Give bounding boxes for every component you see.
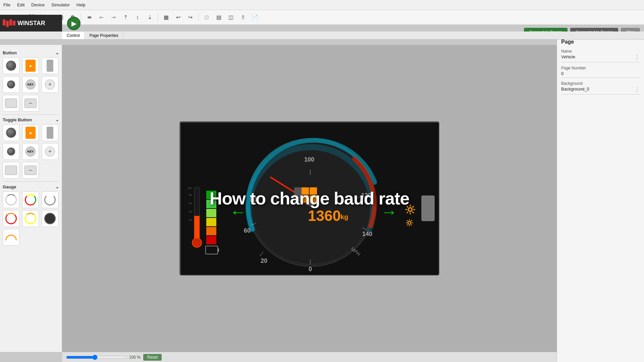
toggle-knob[interactable] [3, 124, 19, 141]
zoom-controls: 100 % Reset [66, 354, 553, 361]
svg-rect-31 [194, 216, 200, 239]
widget-plus[interactable]: + [42, 76, 58, 93]
mode-icon: ▶ [71, 19, 76, 27]
tab-bar: Control Page Properties [0, 32, 644, 40]
dashboard[interactable]: 0 20 60 80 100 120 140 MPH [179, 121, 439, 276]
background-expand-icon[interactable]: ⋮ [635, 86, 640, 93]
toggle-widgets: ■ KEY + − [3, 124, 59, 179]
divider-2 [3, 181, 59, 182]
tab-control[interactable]: Control [62, 32, 85, 39]
mode-buttons: ▶ [67, 17, 80, 30]
svg-text:20: 20 [189, 219, 192, 222]
toolbar-align-center[interactable]: ⇽ [96, 12, 107, 23]
gauge-red[interactable] [3, 210, 19, 227]
overlay-text: How to change baud rate [210, 188, 409, 208]
right-panel: Page Name Vehicle ⋮ Page Number 0 Backgr… [557, 35, 644, 362]
page-number-value: 0 [561, 71, 640, 78]
toggle-minus[interactable]: − [22, 162, 39, 179]
widget-knob[interactable] [3, 57, 19, 74]
svg-rect-40 [206, 209, 216, 217]
toolbar-sep-3 [158, 13, 158, 21]
toolbar-align-left[interactable]: ⇼ [84, 12, 95, 23]
toggle-knob-icon [6, 128, 16, 138]
toggle-key[interactable]: KEY [22, 143, 39, 160]
toolbar-align-bottom[interactable]: ⇣ [144, 12, 155, 23]
main-canvas[interactable]: 0 20 60 80 100 120 140 MPH [62, 45, 557, 352]
name-label: Name [561, 49, 640, 54]
toolbar-align-top[interactable]: ⇡ [120, 12, 131, 23]
toggle-btn-orange[interactable]: ■ [22, 124, 39, 141]
section-button[interactable]: Button ⌄ [3, 50, 59, 55]
toolbar-chart[interactable]: ▦ [161, 12, 171, 23]
menu-help[interactable]: Help [76, 2, 86, 7]
panel-title: Page [561, 39, 640, 45]
gauge-dark-icon [44, 213, 56, 224]
toolbar-upload[interactable]: ⇧ [237, 12, 248, 23]
minus-icon: − [24, 99, 37, 108]
toolbar-undo[interactable]: ↩ [173, 12, 183, 23]
section-gauge[interactable]: Gauge ⌄ [3, 184, 59, 189]
widget-btn-gray[interactable] [42, 57, 58, 74]
widget-key[interactable]: KEY [22, 76, 39, 93]
orange-btn-icon: ■ [25, 60, 36, 72]
gray-btn-icon [47, 60, 53, 72]
background-value: Background_0 ⋮ [561, 86, 640, 95]
left-sidebar: Button ⌄ ■ KEY + − [0, 45, 62, 352]
toggle-badge-icon [5, 166, 17, 175]
widget-small-knob[interactable] [3, 76, 19, 93]
toolbar-sep-4 [198, 13, 199, 21]
menu-device[interactable]: Device [31, 2, 45, 7]
toolbar-resize[interactable]: ▤ [213, 12, 224, 23]
toggle-plus[interactable]: + [42, 143, 58, 160]
toolbar-align-vcenter[interactable]: ↕ [132, 12, 143, 23]
zoom-slider[interactable] [66, 355, 126, 360]
toggle-btn-gray[interactable] [42, 124, 58, 141]
toggle-gray-icon [47, 127, 53, 139]
gauge-arc[interactable] [3, 229, 19, 246]
knob-icon [6, 61, 16, 71]
svg-text:40: 40 [189, 210, 192, 213]
svg-text:140: 140 [362, 231, 372, 237]
svg-text:100: 100 [187, 187, 192, 190]
menu-edit[interactable]: Edit [17, 2, 24, 7]
gauge-dark[interactable] [42, 210, 58, 227]
toggle-plus-icon: + [45, 146, 55, 157]
toolbar-crop[interactable]: □ [201, 12, 212, 23]
green-mode-btn[interactable]: ▶ [67, 17, 80, 30]
svg-text:60: 60 [244, 227, 251, 234]
gauge-red-icon [5, 213, 17, 224]
toggle-small-knob[interactable] [3, 143, 19, 160]
menu-simulator[interactable]: Simulator [51, 2, 70, 7]
menu-bar: File Edit Device Simulator Help [0, 0, 644, 10]
section-toggle[interactable]: Toggle Button ⌄ [3, 117, 59, 122]
toolbar-download[interactable]: 📄 [250, 12, 260, 23]
gauge-color1[interactable] [22, 191, 39, 208]
menu-file[interactable]: File [3, 2, 10, 7]
gauge-color2-icon [44, 194, 56, 205]
toolbar: ▢ 📄 💾 □ ▣ 🗑 ⇼ ⇽ ⇾ ⇡ ↕ ⇣ ▦ ↩ ↪ □ ▤ ◫ ⇧ 📄 … [0, 10, 644, 25]
gauge-plain[interactable] [3, 191, 19, 208]
gauge-yellow[interactable] [22, 210, 39, 227]
gauge-color2[interactable] [42, 191, 58, 208]
reset-btn[interactable]: Reset [143, 354, 162, 361]
widget-minus[interactable]: − [22, 95, 39, 112]
toolbar-align-right[interactable]: ⇾ [108, 12, 119, 23]
svg-text:kg: kg [340, 213, 348, 221]
name-value: Vehicle ⋮ [561, 54, 640, 62]
svg-rect-43 [206, 236, 216, 244]
svg-text:1360: 1360 [308, 207, 341, 224]
toggle-badge[interactable] [3, 162, 19, 179]
tab-page-properties[interactable]: Page Properties [85, 32, 123, 39]
name-expand-icon[interactable]: ⋮ [635, 54, 640, 61]
svg-point-32 [192, 238, 202, 247]
toolbar-redo[interactable]: ↪ [185, 12, 196, 23]
divider-1 [3, 114, 59, 115]
widget-badge[interactable] [3, 95, 19, 112]
widget-btn-orange[interactable]: ■ [22, 57, 39, 74]
toggle-orange-icon: ■ [25, 127, 36, 139]
toolbar-monitor[interactable]: ◫ [225, 12, 236, 23]
svg-text:60: 60 [189, 202, 192, 205]
page-number-label: Page Number [561, 66, 640, 70]
gauge-color1-icon [25, 194, 36, 205]
toggle-small-knob-icon [7, 147, 15, 156]
